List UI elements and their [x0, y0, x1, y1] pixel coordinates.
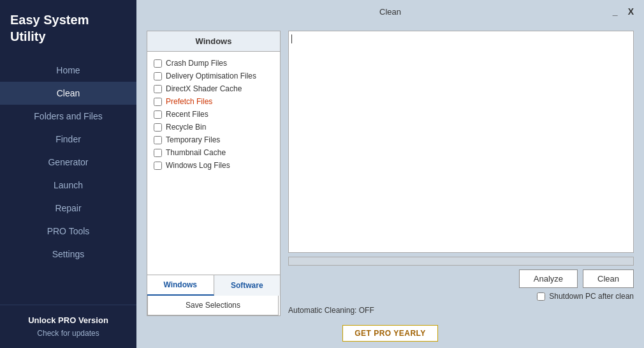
checklist-item-label: Thumbnail Cache	[166, 148, 226, 157]
close-button[interactable]: X	[626, 6, 636, 17]
checklist-items: Crash Dump FilesDelivery Optimisation Fi…	[147, 52, 280, 275]
checklist-checkbox[interactable]	[154, 149, 162, 157]
sidebar-item-folders-and-files[interactable]: Folders and Files	[0, 105, 136, 128]
window-title: Clean	[379, 7, 401, 17]
checklist-item-label: Recycle Bin	[166, 123, 206, 132]
checklist-checkbox[interactable]	[154, 162, 162, 170]
list-item[interactable]: Prefetch Files	[154, 95, 274, 108]
auto-clean-text: Automatic Cleaning: OFF	[288, 305, 634, 316]
log-output	[288, 31, 634, 253]
checklist-header: Windows	[147, 31, 280, 52]
get-pro-button[interactable]: GET PRO YEARLY	[342, 325, 438, 342]
checklist-checkbox[interactable]	[154, 98, 162, 106]
sidebar-footer: Unlock PRO Version Check for updates	[0, 305, 136, 348]
checklist-tabs: WindowsSoftware	[147, 275, 280, 296]
checklist-checkbox[interactable]	[154, 136, 162, 144]
sidebar-nav: HomeCleanFolders and FilesFinderGenerato…	[0, 59, 136, 305]
save-selections-button[interactable]: Save Selections	[147, 296, 279, 315]
shutdown-row: Shutdown PC after clean	[288, 292, 634, 301]
checklist-checkbox[interactable]	[154, 123, 162, 132]
log-cursor	[291, 34, 292, 43]
sidebar-item-clean[interactable]: Clean	[0, 82, 136, 105]
checklist-item-label: DirectX Shader Cache	[166, 84, 242, 93]
sidebar-item-launch[interactable]: Launch	[0, 174, 136, 197]
checklist-panel: Windows Crash Dump FilesDelivery Optimis…	[147, 31, 281, 316]
checklist-item-label: Crash Dump Files	[166, 59, 227, 68]
tab-windows[interactable]: Windows	[147, 275, 214, 296]
window-controls: _ X	[610, 6, 636, 17]
sidebar-item-finder[interactable]: Finder	[0, 128, 136, 151]
progress-bar-container	[288, 257, 634, 266]
clean-button[interactable]: Clean	[583, 269, 634, 288]
action-row: Analyze Clean	[288, 269, 634, 288]
list-item[interactable]: Windows Log Files	[154, 159, 274, 172]
check-updates-link[interactable]: Check for updates	[10, 329, 126, 338]
checklist-item-label: Prefetch Files	[166, 97, 212, 106]
shutdown-checkbox[interactable]	[537, 292, 545, 301]
list-item[interactable]: Recycle Bin	[154, 121, 274, 133]
sidebar: Easy System Utility HomeCleanFolders and…	[0, 0, 136, 348]
unlock-pro-label[interactable]: Unlock PRO Version	[10, 315, 126, 325]
analyze-button[interactable]: Analyze	[519, 269, 578, 288]
minimize-button[interactable]: _	[610, 6, 620, 17]
sidebar-item-repair[interactable]: Repair	[0, 197, 136, 220]
checklist-item-label: Recent Files	[166, 110, 209, 119]
sidebar-item-pro-tools[interactable]: PRO Tools	[0, 220, 136, 243]
checklist-item-label: Windows Log Files	[166, 161, 230, 170]
checklist-checkbox[interactable]	[154, 59, 162, 68]
sidebar-item-settings[interactable]: Settings	[0, 243, 136, 266]
list-item[interactable]: Delivery Optimisation Files	[154, 70, 274, 82]
log-panel: Analyze Clean Shutdown PC after clean Au…	[288, 31, 634, 316]
sidebar-item-home[interactable]: Home	[0, 59, 136, 82]
checklist-item-label: Delivery Optimisation Files	[166, 72, 256, 80]
sidebar-item-generator[interactable]: Generator	[0, 151, 136, 174]
bottom-bar: GET PRO YEARLY	[136, 321, 644, 348]
checklist-checkbox[interactable]	[154, 85, 162, 93]
list-item[interactable]: Temporary Files	[154, 133, 274, 146]
checklist-item-label: Temporary Files	[166, 135, 220, 144]
checklist-checkbox[interactable]	[154, 110, 162, 119]
main-content: Clean _ X Windows Crash Dump FilesDelive…	[136, 0, 644, 348]
window-header: Clean _ X	[136, 0, 644, 23]
list-item[interactable]: Thumbnail Cache	[154, 146, 274, 159]
app-title: Easy System Utility	[0, 0, 136, 59]
list-item[interactable]: Recent Files	[154, 108, 274, 121]
tab-software[interactable]: Software	[214, 275, 281, 296]
checklist-checkbox[interactable]	[154, 72, 162, 80]
list-item[interactable]: Crash Dump Files	[154, 57, 274, 70]
content-body: Windows Crash Dump FilesDelivery Optimis…	[136, 23, 644, 321]
list-item[interactable]: DirectX Shader Cache	[154, 82, 274, 95]
shutdown-label: Shutdown PC after clean	[549, 292, 634, 301]
